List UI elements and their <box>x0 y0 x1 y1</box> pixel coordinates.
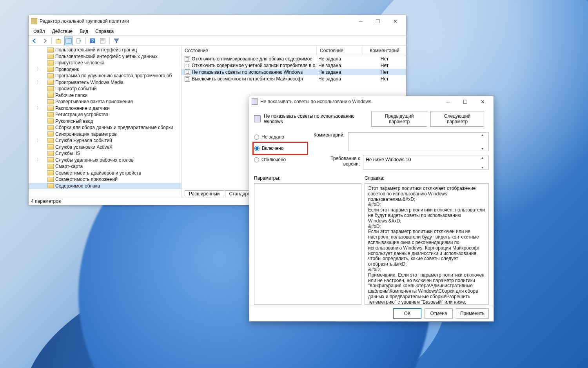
tree-item[interactable]: Синхронизация параметров <box>29 131 181 138</box>
radio-disabled-input[interactable] <box>254 157 259 162</box>
list-item-state: Не задана <box>317 63 363 68</box>
dialog-titlebar[interactable]: Не показывать советы по использованию Wi… <box>249 96 494 107</box>
minimize-button[interactable]: ─ <box>352 16 369 27</box>
help-box[interactable]: Этот параметр политики отключает отображ… <box>365 183 489 305</box>
column-name[interactable]: Состояние <box>181 46 317 55</box>
column-state[interactable]: Состояние <box>317 46 363 55</box>
tab-extended[interactable]: Расширенный <box>185 190 224 197</box>
scroll-down-icon[interactable]: ▾ <box>481 165 488 169</box>
radio-enabled[interactable]: Включено <box>254 144 283 153</box>
folder-icon <box>47 86 54 91</box>
titlebar[interactable]: Редактор локальной групповой политики ─ … <box>29 15 406 27</box>
ok-button[interactable]: ОК <box>393 308 421 319</box>
cancel-button[interactable]: Отмена <box>425 308 453 319</box>
tree-item-label: Пользовательский интерфейс границ <box>55 47 137 53</box>
properties-icon[interactable] <box>98 36 107 45</box>
chevron-right-icon[interactable]: 〉 <box>36 80 40 84</box>
chevron-right-icon[interactable]: 〉 <box>36 158 40 162</box>
radio-not-configured[interactable]: Не задано <box>254 132 309 142</box>
tree-item[interactable]: Пользовательский интерфейс учетных данны… <box>29 53 181 60</box>
dialog-icon <box>252 98 258 105</box>
export-icon[interactable] <box>74 36 83 45</box>
policy-icon <box>254 115 261 122</box>
tree-item[interactable]: Сборки для сбора данных и предварительны… <box>29 124 181 131</box>
forward-icon[interactable] <box>40 36 49 45</box>
comment-label: Комментарий: <box>314 132 345 151</box>
comment-textarea[interactable]: ▴ ▾ <box>348 132 489 151</box>
folder-icon <box>47 151 54 156</box>
params-box[interactable] <box>254 183 361 305</box>
list-item-state: Не задана <box>317 76 363 82</box>
svg-text:?: ? <box>91 38 94 43</box>
radio-not-configured-input[interactable] <box>254 135 259 140</box>
tree-item[interactable]: 〉Расположение и датчики <box>29 105 181 112</box>
tree-item[interactable]: Службы IIS <box>29 150 181 157</box>
tree-item[interactable]: 〉Проводник <box>29 66 181 73</box>
tree-item[interactable]: Содержимое облака <box>29 183 181 189</box>
tree-item[interactable]: Программа по улучшению качества программ… <box>29 73 181 79</box>
svg-rect-2 <box>66 38 68 43</box>
next-setting-button[interactable]: Следующий параметр <box>430 111 484 127</box>
window-title: Редактор локальной групповой политики <box>40 18 129 24</box>
tree-item[interactable]: Служба установки ActiveX <box>29 144 181 151</box>
folder-icon <box>47 73 54 78</box>
chevron-right-icon[interactable]: 〉 <box>36 138 40 142</box>
list-item-name: Отключить оптимизированное для облака со… <box>192 56 312 62</box>
tree-item[interactable]: Пользовательский интерфейс границ <box>29 47 181 53</box>
menu-help[interactable]: Справка <box>92 28 117 35</box>
tree-item[interactable]: 〉Службы удаленных рабочих столов <box>29 157 181 164</box>
tree-item-label: Служба установки ActiveX <box>55 144 113 150</box>
list-row[interactable]: Не показывать советы по использованию Wi… <box>181 69 406 75</box>
tree-item[interactable]: Просмотр событий <box>29 86 181 92</box>
tree-item[interactable]: Смарт-карта <box>29 163 181 170</box>
menubar: Файл Действие Вид Справка <box>29 27 406 36</box>
maximize-button[interactable]: ☐ <box>369 16 387 27</box>
chevron-right-icon[interactable]: 〉 <box>36 67 40 71</box>
menu-view[interactable]: Вид <box>76 28 91 35</box>
close-button[interactable]: ✕ <box>387 16 404 27</box>
tree-item[interactable]: 〉Проигрыватель Windows Media <box>29 79 181 86</box>
menu-action[interactable]: Действие <box>49 28 76 35</box>
list-item-name: Выключить возможности потребителя Майкро… <box>192 76 303 82</box>
folder-icon <box>47 112 54 117</box>
tree-item-label: Рукописный ввод <box>55 118 93 124</box>
tree-item[interactable]: Присутствие человека <box>29 60 181 66</box>
filter-icon[interactable] <box>112 36 121 45</box>
tree-item-label: Программа по улучшению качества программ… <box>55 73 172 78</box>
folder-icon <box>47 138 54 143</box>
dialog-minimize-button[interactable]: ─ <box>439 96 457 107</box>
radio-enabled-input[interactable] <box>254 146 260 151</box>
dialog-maximize-button[interactable]: ☐ <box>457 96 474 107</box>
scroll-up-icon[interactable]: ▴ <box>481 133 488 137</box>
apply-button[interactable]: Применить <box>456 308 489 319</box>
chevron-right-icon[interactable]: 〉 <box>36 106 40 110</box>
list-row[interactable]: Отключить содержимое учетной записи потр… <box>181 62 406 69</box>
help-icon[interactable]: ? <box>88 36 97 45</box>
policy-item-icon <box>185 56 190 62</box>
tree-item[interactable]: Совместимость приложений <box>29 176 181 183</box>
up-icon[interactable] <box>54 36 63 45</box>
tree-item[interactable]: Развертывание пакета приложения <box>29 98 181 105</box>
show-tree-icon[interactable] <box>64 36 73 45</box>
tree-item[interactable]: Рабочие папки <box>29 92 181 99</box>
scroll-up-icon[interactable]: ▴ <box>481 155 488 160</box>
tree-item[interactable]: Рукописный ввод <box>29 118 181 125</box>
tree-pane[interactable]: Пользовательский интерфейс границПользов… <box>29 46 181 197</box>
list-row[interactable]: Отключить оптимизированное для облака со… <box>181 55 406 62</box>
tree-item[interactable]: Регистрация устройства <box>29 111 181 118</box>
tree-item-label: Служба журнала событий <box>55 138 112 143</box>
tree-item[interactable]: Совместимость драйверов и устройств <box>29 170 181 177</box>
tree-item[interactable]: 〉Служба журнала событий <box>29 137 181 144</box>
radio-disabled[interactable]: Отключено <box>254 155 309 164</box>
scroll-down-icon[interactable]: ▾ <box>481 146 488 151</box>
dialog-close-button[interactable]: ✕ <box>474 96 491 107</box>
prev-setting-button[interactable]: Предыдущий параметр <box>371 111 427 127</box>
back-icon[interactable] <box>30 36 39 45</box>
tree-item-label: Службы IIS <box>55 151 80 156</box>
status-text: 4 параметров <box>31 199 61 204</box>
folder-icon <box>47 54 54 59</box>
list-item-state: Не задана <box>317 56 363 62</box>
menu-file[interactable]: Файл <box>30 28 48 35</box>
column-comment[interactable]: Комментарий <box>363 46 406 55</box>
list-row[interactable]: Выключить возможности потребителя Майкро… <box>181 75 406 82</box>
